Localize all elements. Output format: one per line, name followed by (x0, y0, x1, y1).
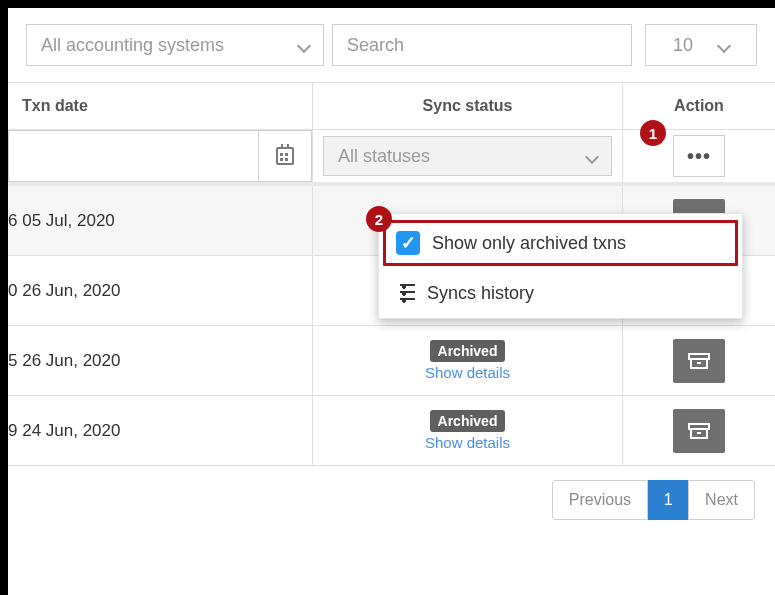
calendar-button[interactable] (258, 130, 312, 182)
table-row: 9 24 Jun, 2020 Archived Show details (8, 396, 775, 466)
ellipsis-icon: ••• (687, 145, 711, 168)
calendar-icon (276, 147, 294, 165)
toggle-show-archived-label: Show only archived txns (432, 233, 626, 254)
filter-bar: All accounting systems Search 10 (8, 8, 775, 82)
svg-rect-2 (689, 354, 709, 359)
txn-date-filter (8, 130, 313, 182)
search-input[interactable]: Search (332, 24, 632, 66)
cell-txn-date: 9 24 Jun, 2020 (8, 396, 313, 465)
sync-status-filter: All statuses (313, 130, 623, 182)
callout-marker-1: 1 (640, 120, 666, 146)
archive-box-button[interactable] (673, 339, 725, 383)
cell-sync-status: Archived Show details (313, 326, 623, 395)
cell-action (623, 396, 775, 465)
status-select[interactable]: All statuses (323, 136, 612, 176)
chevron-down-icon (579, 146, 597, 167)
accounting-system-select[interactable]: All accounting systems (26, 24, 324, 66)
list-icon (393, 283, 415, 303)
pager-page-1[interactable]: 1 (648, 480, 688, 520)
toggle-show-archived[interactable]: ✓ Show only archived txns (383, 220, 738, 266)
archived-badge: Archived (430, 340, 506, 362)
page-size-value: 10 (673, 35, 693, 56)
box-icon (687, 351, 711, 371)
show-details-link[interactable]: Show details (425, 364, 510, 381)
action-menu-button[interactable]: ••• (673, 135, 725, 177)
col-header-sync-status: Sync status (313, 83, 623, 129)
cell-txn-date: 6 05 Jul, 2020 (8, 186, 313, 255)
archived-badge: Archived (430, 410, 506, 432)
checkbox-checked-icon: ✓ (396, 231, 420, 255)
table-row: 5 26 Jun, 2020 Archived Show details (8, 326, 775, 396)
pager-previous[interactable]: Previous (552, 480, 648, 520)
txn-date-input[interactable] (8, 130, 258, 182)
page-size-select[interactable]: 10 (645, 24, 757, 66)
archive-box-button[interactable] (673, 409, 725, 453)
pager-next[interactable]: Next (688, 480, 755, 520)
cell-action (623, 326, 775, 395)
pagination: Previous 1 Next (8, 466, 775, 520)
syncs-history-label: Syncs history (427, 283, 534, 304)
cell-sync-status: Archived Show details (313, 396, 623, 465)
show-details-link[interactable]: Show details (425, 434, 510, 451)
box-icon (687, 421, 711, 441)
action-dropdown: ✓ Show only archived txns Syncs history (378, 213, 743, 319)
col-header-txn-date: Txn date (8, 83, 313, 129)
syncs-history[interactable]: Syncs history (379, 270, 742, 316)
chevron-down-icon (291, 35, 309, 56)
chevron-down-icon (711, 35, 729, 56)
status-select-placeholder: All statuses (338, 146, 430, 167)
svg-rect-3 (689, 424, 709, 429)
accounting-system-label: All accounting systems (41, 35, 224, 56)
cell-txn-date: 0 26 Jun, 2020 (8, 256, 313, 325)
callout-marker-2: 2 (366, 206, 392, 232)
search-placeholder: Search (347, 35, 404, 56)
cell-txn-date: 5 26 Jun, 2020 (8, 326, 313, 395)
